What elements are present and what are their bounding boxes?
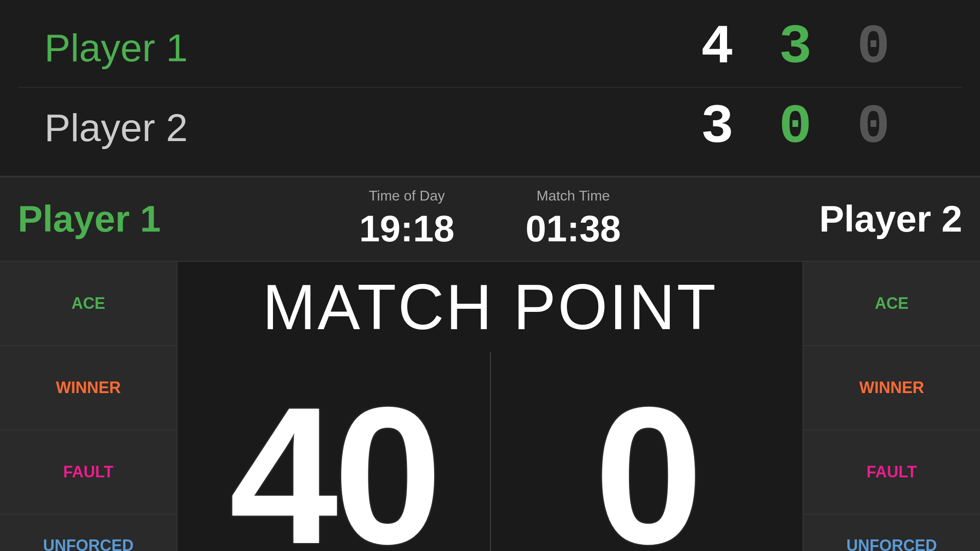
score-left-half[interactable]: 40 — [178, 352, 490, 551]
left-winner-button[interactable]: WINNER — [0, 346, 177, 430]
left-ace-button[interactable]: ACE — [0, 262, 177, 346]
match-time-value: 01:38 — [526, 208, 621, 250]
left-side-buttons: ACE WINNER FAULT UNFORCEDERROR — [0, 262, 178, 551]
player2-score-2: 0 — [838, 100, 909, 155]
score-left: 40 — [229, 388, 438, 551]
match-time-label: Match Time — [526, 188, 621, 204]
scoreboard-top: Player 1 4 3 0 Player 2 3 0 0 — [0, 0, 980, 177]
player1-score-2: 0 — [838, 20, 909, 75]
score-right: 0 — [594, 388, 699, 551]
scores-display: 40 0 — [178, 352, 802, 551]
right-unforced-button[interactable]: UNFORCEDERROR — [803, 515, 980, 551]
match-time-block: Match Time 01:38 — [526, 188, 621, 250]
player1-side-label: Player 1 — [18, 198, 161, 240]
player2-name-top: Player 2 — [18, 106, 320, 150]
player1-name-top: Player 1 — [18, 25, 320, 70]
time-of-day-block: Time of Day 19:18 — [359, 188, 454, 250]
right-winner-button[interactable]: WINNER — [803, 346, 980, 430]
center-score: MATCH POINT 40 0 — [178, 262, 802, 551]
player1-score-row: Player 1 4 3 0 — [18, 8, 962, 88]
player1-score-1: 3 — [760, 20, 831, 75]
right-side-buttons: ACE WINNER FAULT UNFORCEDERROR — [802, 262, 980, 551]
right-ace-button[interactable]: ACE — [803, 262, 980, 346]
match-point-label: MATCH POINT — [262, 271, 717, 343]
player2-score-1: 0 — [760, 100, 831, 155]
player2-scores: 3 0 0 — [682, 100, 909, 155]
left-unforced-button[interactable]: UNFORCEDERROR — [0, 515, 177, 551]
right-fault-button[interactable]: FAULT — [803, 430, 980, 515]
time-of-day-value: 19:18 — [359, 208, 454, 250]
time-of-day-label: Time of Day — [359, 188, 454, 204]
time-bar: Player 1 Time of Day 19:18 Match Time 01… — [0, 177, 980, 262]
score-right-half[interactable]: 0 — [490, 352, 802, 551]
player2-score-0: 3 — [682, 100, 753, 155]
player2-side-label: Player 2 — [819, 198, 962, 240]
left-fault-button[interactable]: FAULT — [0, 430, 177, 515]
player1-scores: 4 3 0 — [682, 20, 909, 75]
player1-score-0: 4 — [682, 20, 753, 75]
player2-score-row: Player 2 3 0 0 — [18, 88, 962, 168]
main-area: ACE WINNER FAULT UNFORCEDERROR MATCH POI… — [0, 262, 980, 551]
